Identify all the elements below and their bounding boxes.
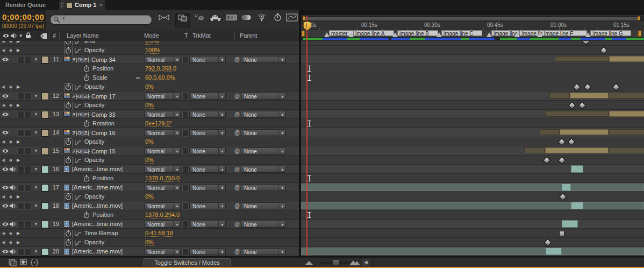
keyframe-square-icon[interactable] xyxy=(559,231,564,236)
property-name[interactable]: Opacity xyxy=(84,102,104,108)
parent-pickwhip-icon[interactable]: @ xyxy=(234,148,240,154)
time-ruler[interactable]: 0s00:15s00:30s00:45s01:00s01:15s xyxy=(301,20,644,30)
lock-box[interactable] xyxy=(24,202,31,210)
property-value[interactable]: 1378.0,294.0 xyxy=(145,211,180,218)
layer-bar-segment[interactable] xyxy=(571,202,583,209)
next-keyframe-icon[interactable]: ▶ xyxy=(17,194,20,199)
layer-bar-segment[interactable] xyxy=(609,129,644,135)
solo-box[interactable] xyxy=(17,221,24,228)
stopwatch-icon[interactable] xyxy=(65,157,71,164)
column-parent[interactable]: Parent xyxy=(240,32,257,39)
live-update-icon[interactable] xyxy=(175,13,190,27)
trkmat-dropdown[interactable]: None▼ xyxy=(189,147,226,154)
brainstorm-icon[interactable] xyxy=(255,13,269,26)
layer-bar-segment[interactable] xyxy=(609,56,644,62)
next-keyframe-icon[interactable]: ▶ xyxy=(17,158,20,163)
keyframe-diamond-icon[interactable] xyxy=(582,41,590,45)
expand-transfer-controls-icon[interactable] xyxy=(20,259,28,266)
marker-bin-start-icon[interactable] xyxy=(302,31,305,37)
layer-name[interactable]: [Americ...time.mov] xyxy=(72,166,123,172)
set-keyframe-icon[interactable]: ◆ xyxy=(9,48,12,53)
prev-keyframe-icon[interactable]: ◀ xyxy=(2,139,5,144)
label-color-swatch[interactable] xyxy=(41,129,49,137)
panel-divider[interactable] xyxy=(299,10,301,267)
trkmat-dropdown[interactable]: None▼ xyxy=(189,56,226,63)
property-name[interactable]: Opacity xyxy=(84,239,104,245)
solo-box[interactable] xyxy=(17,129,24,137)
stopwatch-icon[interactable] xyxy=(83,74,90,81)
stopwatch-icon[interactable] xyxy=(65,138,71,145)
solo-box[interactable] xyxy=(17,93,24,100)
lock-box[interactable] xyxy=(24,166,31,173)
layer-bar-segment[interactable] xyxy=(555,56,609,62)
property-value[interactable]: 0% xyxy=(145,193,154,200)
tab-render-queue[interactable]: Render Queue xyxy=(0,0,63,10)
video-eye-icon[interactable] xyxy=(2,185,9,192)
video-eye-icon[interactable] xyxy=(2,130,9,137)
lock-box[interactable] xyxy=(24,184,31,192)
trkmat-toggle-box[interactable] xyxy=(182,184,189,192)
trkmat-toggle-box[interactable] xyxy=(182,147,189,155)
layer-name[interactable]: [Americ...time.mov] xyxy=(72,221,123,227)
layer-bar-segment[interactable] xyxy=(609,111,644,117)
trkmat-toggle-box[interactable] xyxy=(182,202,189,210)
label-color-swatch[interactable] xyxy=(41,166,49,173)
mode-dropdown[interactable]: Normal▼ xyxy=(144,166,181,173)
trkmat-dropdown[interactable]: None▼ xyxy=(189,221,226,228)
layer-bar-segment[interactable] xyxy=(540,129,560,135)
next-keyframe-icon[interactable]: ▶ xyxy=(17,231,20,236)
next-keyframe-icon[interactable]: ▶ xyxy=(17,139,20,144)
trkmat-dropdown[interactable]: None▼ xyxy=(189,166,226,173)
label-color-swatch[interactable] xyxy=(41,147,49,155)
property-row[interactable]: ◀◆▶Opacity0% xyxy=(0,192,644,201)
stopwatch-icon[interactable] xyxy=(83,120,90,127)
disclosure-triangle-icon[interactable]: ▼ xyxy=(34,57,38,62)
label-color-swatch[interactable] xyxy=(41,93,49,100)
zoom-out-mountain-icon[interactable] xyxy=(305,260,313,265)
mode-dropdown[interactable]: Normal▼ xyxy=(144,184,181,191)
work-area-end-handle[interactable] xyxy=(638,16,640,20)
search-input[interactable]: ▾ xyxy=(50,15,152,25)
disclosure-triangle-icon[interactable]: ▼ xyxy=(34,130,38,135)
stopwatch-icon[interactable] xyxy=(65,47,71,54)
layer-row[interactable]: ▼20[Americ...time.mov]Normal▼None▼@None▼ xyxy=(0,247,644,256)
parent-pickwhip-icon[interactable]: @ xyxy=(234,221,240,227)
parent-dropdown[interactable]: None▼ xyxy=(241,221,286,228)
parent-pickwhip-icon[interactable]: @ xyxy=(234,93,240,99)
layer-name[interactable]: [Americ...time.mov] xyxy=(72,248,123,255)
solo-box[interactable] xyxy=(17,56,24,64)
graph-toggle-icon[interactable] xyxy=(75,41,82,45)
property-value[interactable]: 0% xyxy=(145,83,154,90)
keyframe-diamond-icon[interactable] xyxy=(568,102,576,109)
label-color-swatch[interactable] xyxy=(41,221,49,228)
set-keyframe-icon[interactable]: ◆ xyxy=(9,194,12,199)
layer-name[interactable]: 카메라 Comp 33 xyxy=(72,111,116,119)
mode-dropdown[interactable]: Normal▼ xyxy=(144,202,181,209)
lock-box[interactable] xyxy=(24,221,31,228)
layer-bar-segment[interactable] xyxy=(524,147,545,153)
lock-box[interactable] xyxy=(24,93,31,100)
layer-bar-segment[interactable] xyxy=(609,147,644,153)
parent-pickwhip-icon[interactable]: @ xyxy=(234,111,240,117)
next-keyframe-icon[interactable]: ▶ xyxy=(17,41,20,44)
trkmat-dropdown[interactable]: None▼ xyxy=(189,202,226,209)
marker-bin-icon[interactable] xyxy=(638,31,641,37)
parent-dropdown[interactable]: None▼ xyxy=(241,111,286,118)
video-eye-icon[interactable] xyxy=(2,94,9,100)
layer-name[interactable]: 카메라 Comp 15 xyxy=(72,147,116,156)
set-keyframe-icon[interactable]: ◆ xyxy=(9,231,12,236)
graph-toggle-icon[interactable] xyxy=(75,103,82,109)
prev-keyframe-icon[interactable]: ◀ xyxy=(2,84,5,89)
collapse-pane-button[interactable]: ◀ xyxy=(362,259,369,266)
column-trkmat[interactable]: TrkMat xyxy=(192,32,211,39)
layer-name[interactable]: 카메라 Comp 17 xyxy=(72,93,116,101)
expand-layer-switches-icon[interactable] xyxy=(9,259,17,266)
keyframe-diamond-icon[interactable] xyxy=(559,193,567,201)
trkmat-dropdown[interactable]: None▼ xyxy=(189,129,226,136)
column-t[interactable]: T xyxy=(184,32,188,39)
property-name[interactable]: Position xyxy=(92,65,113,72)
graph-toggle-icon[interactable] xyxy=(75,84,82,91)
property-value[interactable]: 0:41:58:18 xyxy=(145,230,173,237)
parent-dropdown[interactable]: None▼ xyxy=(241,147,286,154)
layer-bar-segment[interactable] xyxy=(549,93,570,98)
